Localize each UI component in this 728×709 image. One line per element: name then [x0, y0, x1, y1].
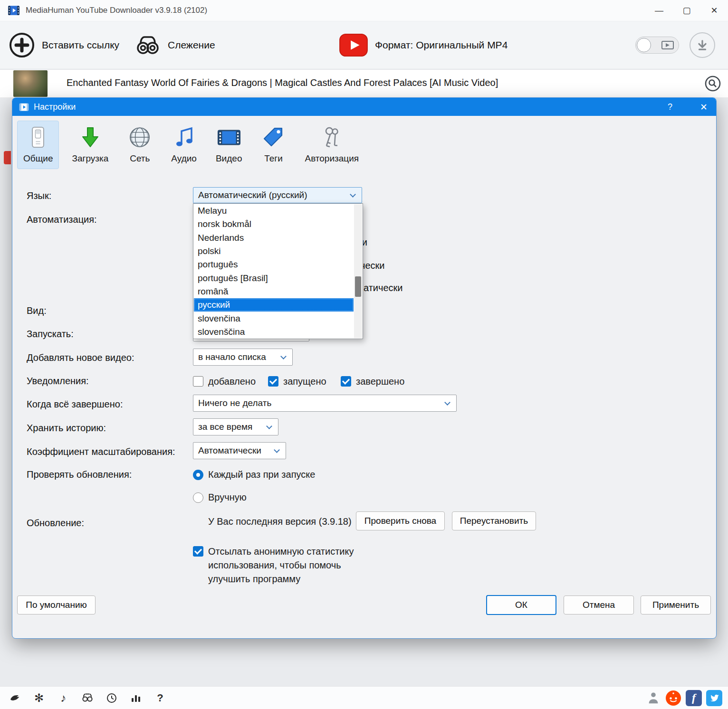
clock-icon[interactable] [105, 692, 118, 704]
paste-link-button[interactable]: Вставить ссылку [9, 32, 119, 58]
tab-network-label: Сеть [130, 153, 150, 164]
updates-on-launch-radio[interactable] [193, 470, 203, 480]
tab-general-label: Общие [23, 153, 53, 164]
language-option[interactable]: slovenščina [194, 325, 354, 339]
defaults-button[interactable]: По умолчанию [17, 596, 96, 614]
dialog-titlebar[interactable]: Настройки ? ✕ [12, 98, 716, 116]
when-done-label: Когда всё завершено: [27, 398, 123, 410]
language-option[interactable]: português [Brasil] [194, 271, 354, 284]
add-new-label: Добавлять новое видео: [27, 352, 134, 363]
notify-finished-checkbox[interactable] [341, 376, 351, 387]
music-note-icon[interactable]: ♪ [57, 692, 69, 704]
tab-audio[interactable]: Аудио [165, 121, 203, 169]
scaling-select[interactable]: Автоматически [193, 442, 286, 459]
tab-network[interactable]: Сеть [121, 121, 158, 169]
chevron-down-icon [266, 423, 272, 429]
anonymous-stats-checkbox[interactable] [193, 546, 203, 557]
check-updates-label: Проверять обновления: [27, 469, 132, 480]
tracking-button[interactable]: Слежение [134, 32, 215, 58]
download-button[interactable] [690, 32, 715, 58]
dropdown-scrollbar-thumb[interactable] [355, 276, 361, 296]
history-select[interactable]: за все время [193, 418, 278, 435]
language-option[interactable]: português [194, 258, 354, 271]
stats-icon[interactable] [130, 692, 142, 704]
add-new-select-value: в начало списка [198, 352, 266, 362]
toolbar-right-controls [635, 32, 715, 58]
apply-button[interactable]: Применить [641, 596, 711, 614]
statusbar-left-icons: ✻ ♪ ? [9, 692, 166, 704]
mode-toggle[interactable] [635, 37, 679, 54]
tab-video[interactable]: Видео [210, 121, 249, 169]
language-option[interactable]: polski [194, 245, 354, 258]
language-option[interactable]: norsk bokmål [194, 217, 354, 231]
close-button[interactable]: ✕ [700, 0, 728, 21]
settings-dialog: Настройки ? ✕ Общие Загрузка [12, 97, 717, 639]
launch-label: Запускать: [27, 328, 74, 340]
language-option[interactable]: Melayu [194, 204, 354, 217]
language-select[interactable]: Автоматический (русский) [193, 187, 362, 203]
dropdown-scrollbar[interactable] [354, 204, 362, 338]
video-list-item[interactable]: Enchanted Fantasy World Of Fairies & Dra… [0, 70, 728, 98]
tab-authorization[interactable]: Авторизация [298, 121, 365, 169]
language-select-value: Автоматический (русский) [198, 190, 307, 200]
notify-finished-label: завершено [356, 376, 404, 387]
scaling-select-value: Автоматически [198, 445, 261, 456]
window-titlebar[interactable]: MediaHuman YouTube Downloader v3.9.18 (2… [0, 0, 728, 21]
help-icon[interactable]: ? [154, 692, 166, 704]
video-thumbnail[interactable] [13, 70, 48, 97]
when-done-select-value: Ничего не делать [198, 398, 271, 408]
ok-button[interactable]: ОК [486, 595, 556, 615]
reddit-icon[interactable] [665, 690, 681, 706]
scaling-label: Коэффициент масштабирования: [27, 446, 175, 457]
dialog-app-icon [19, 102, 29, 112]
video-mode-icon [661, 41, 674, 49]
when-done-select[interactable]: Ничего не делать [193, 395, 457, 412]
history-label: Хранить историю: [27, 422, 106, 434]
minimize-button[interactable]: — [645, 0, 673, 21]
tab-download[interactable]: Загрузка [66, 121, 115, 169]
hidden-checkbox-label-fragment: атически [364, 283, 402, 293]
dialog-close-button[interactable]: ✕ [700, 102, 708, 113]
language-option[interactable]: slovenčina [194, 312, 354, 325]
update-label: Обновление: [27, 517, 84, 529]
twitter-icon[interactable] [706, 690, 722, 706]
tab-general[interactable]: Общие [17, 121, 59, 169]
dove-icon[interactable] [9, 692, 21, 704]
reinstall-button[interactable]: Переустановить [452, 511, 536, 530]
update-status: У Вас последняя версия (3.9.18) [208, 516, 352, 527]
asterisk-icon[interactable]: ✻ [33, 692, 45, 704]
app-window: MediaHuman YouTube Downloader v3.9.18 (2… [0, 0, 728, 709]
dialog-title: Настройки [34, 102, 76, 112]
plus-circle-icon [9, 32, 35, 58]
binoculars-icon[interactable] [81, 692, 94, 704]
notify-added-checkbox[interactable] [193, 376, 203, 387]
format-label: Формат: Оригинальный MP4 [375, 39, 508, 51]
video-title: Enchanted Fantasy World Of Fairies & Dra… [67, 77, 498, 88]
language-option[interactable]: Nederlands [194, 231, 354, 245]
tab-tags[interactable]: Теги [255, 121, 292, 169]
download-arrow-icon [696, 39, 709, 51]
notify-started-checkbox[interactable] [268, 376, 278, 387]
chevron-down-icon [350, 191, 356, 198]
facebook-icon[interactable]: f [686, 690, 702, 706]
view-label: Вид: [27, 305, 47, 316]
language-option-selected[interactable]: русский [194, 298, 354, 312]
add-new-select[interactable]: в начало списка [193, 349, 293, 366]
check-again-button[interactable]: Проверить снова [356, 511, 445, 530]
maximize-button[interactable]: ▢ [673, 0, 700, 21]
tab-tags-label: Теги [264, 153, 283, 164]
tab-authorization-label: Авторизация [305, 153, 359, 164]
tag-icon [261, 125, 286, 150]
notify-added-label: добавлено [208, 376, 256, 387]
language-option[interactable]: română [194, 285, 354, 298]
search-icon[interactable] [704, 75, 721, 92]
person-icon[interactable] [646, 690, 661, 706]
window-title: MediaHuman YouTube Downloader v3.9.18 (2… [26, 6, 207, 15]
music-note-icon [172, 125, 196, 150]
updates-manual-radio[interactable] [193, 492, 203, 503]
format-selector[interactable]: Формат: Оригинальный MP4 [339, 32, 508, 58]
hidden-list-icon [4, 151, 11, 164]
cancel-button[interactable]: Отмена [564, 596, 634, 614]
paste-link-label: Вставить ссылку [42, 39, 119, 51]
dialog-help-button[interactable]: ? [668, 102, 672, 112]
